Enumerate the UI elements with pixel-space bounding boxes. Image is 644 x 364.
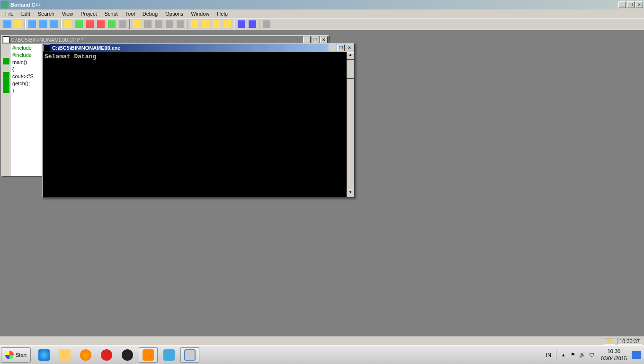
menu-file[interactable]: File bbox=[2, 10, 17, 17]
tray-chevron[interactable]: ▴ bbox=[559, 351, 568, 359]
toolbar bbox=[0, 18, 644, 30]
console-window-controls: _ ❐ ✕ bbox=[329, 45, 353, 51]
tray-flag-icon[interactable]: ⚑ bbox=[569, 351, 577, 359]
files-icon bbox=[39, 20, 47, 28]
file-icon bbox=[28, 20, 36, 28]
undo-icon bbox=[133, 20, 141, 28]
bolt-icon bbox=[64, 20, 72, 28]
scroll-thumb[interactable] bbox=[347, 60, 354, 79]
console-close-button[interactable]: ✕ bbox=[346, 45, 353, 51]
tray-volume-icon[interactable]: 🔊 bbox=[578, 351, 587, 359]
menu-tool[interactable]: Tool bbox=[122, 10, 138, 17]
toolbar-separator bbox=[129, 19, 130, 29]
taskbar-borland[interactable] bbox=[139, 347, 158, 363]
toolbar-btn-20[interactable] bbox=[222, 19, 233, 29]
tray-lang[interactable]: IN bbox=[544, 352, 553, 358]
clock-time: 10:30 bbox=[601, 348, 627, 355]
gutter-mark-icon bbox=[3, 86, 9, 93]
show-desktop-icon[interactable] bbox=[632, 351, 641, 359]
toolbar-btn-17[interactable] bbox=[189, 19, 200, 29]
close-button[interactable]: ✕ bbox=[635, 1, 643, 8]
gutter-mark-icon bbox=[3, 58, 9, 64]
menu-view[interactable]: View bbox=[59, 10, 77, 17]
toolbar-btn-5[interactable] bbox=[49, 19, 59, 29]
code-maximize-button[interactable]: ❐ bbox=[312, 36, 319, 43]
console-maximize-button[interactable]: ❐ bbox=[337, 45, 345, 51]
toolbar-btn-18[interactable] bbox=[200, 19, 211, 29]
window2-icon bbox=[249, 20, 256, 28]
steam-icon bbox=[122, 349, 133, 361]
menu-window[interactable]: Window bbox=[188, 10, 213, 17]
toolbar-btn-3[interactable] bbox=[27, 19, 37, 29]
taskbar-opera[interactable] bbox=[97, 347, 116, 363]
code-line: getch(); bbox=[12, 81, 30, 86]
minimize-button[interactable]: _ bbox=[618, 1, 626, 8]
toolbar-btn-11[interactable] bbox=[117, 19, 128, 29]
code-line: } bbox=[12, 88, 14, 93]
console-scrollbar[interactable]: ▲ ▼ bbox=[347, 52, 354, 197]
replace-icon bbox=[213, 20, 220, 28]
toolbar-btn-23[interactable] bbox=[261, 19, 272, 29]
toolbar-btn-4[interactable] bbox=[38, 19, 48, 29]
toolbar-btn-19[interactable] bbox=[211, 19, 222, 29]
copy-icon bbox=[155, 20, 162, 28]
code-close-button[interactable]: ✕ bbox=[320, 36, 328, 43]
taskbar: Start IN ▴ ⚑ 🔊 🛡 10:30 03/04/2015 bbox=[0, 345, 644, 364]
start-label: Start bbox=[16, 352, 27, 358]
menu-debug[interactable]: Debug bbox=[139, 10, 161, 17]
toolbar-separator bbox=[234, 19, 235, 29]
taskbar-explorer[interactable] bbox=[55, 347, 74, 363]
code-minimize-button[interactable]: _ bbox=[303, 36, 311, 43]
maximize-button[interactable]: ❐ bbox=[627, 1, 635, 8]
console-window: C:\BC5\BIN\NONAME00.exe _ ❐ ✕ Selamat Da… bbox=[42, 43, 355, 198]
toolbar-btn-1[interactable] bbox=[2, 19, 12, 29]
console-titlebar[interactable]: C:\BC5\BIN\NONAME00.exe _ ❐ ✕ bbox=[43, 44, 354, 52]
taskbar-steam[interactable] bbox=[118, 347, 137, 363]
menu-project[interactable]: Project bbox=[77, 10, 100, 17]
console-title: C:\BC5\BIN\NONAME00.exe bbox=[52, 45, 329, 51]
tray-clock[interactable]: 10:30 03/04/2015 bbox=[597, 348, 631, 362]
menu-options[interactable]: Options bbox=[162, 10, 187, 17]
toolbar-btn-21[interactable] bbox=[236, 19, 247, 29]
scroll-track[interactable] bbox=[347, 79, 354, 190]
document-icon bbox=[3, 36, 9, 43]
taskbar-app1[interactable] bbox=[160, 347, 179, 363]
menu-search[interactable]: Search bbox=[35, 10, 58, 17]
toolbar-btn-12[interactable] bbox=[132, 19, 142, 29]
toolbar-btn-7[interactable] bbox=[74, 19, 84, 29]
code-line: main() bbox=[12, 59, 27, 65]
window-icon bbox=[184, 349, 196, 361]
scroll-up-button[interactable]: ▲ bbox=[347, 52, 354, 60]
toolbar-btn-22[interactable] bbox=[247, 19, 258, 29]
toolbar-btn-13[interactable] bbox=[143, 19, 153, 29]
scroll-down-button[interactable]: ▼ bbox=[347, 190, 354, 197]
toolbar-btn-9[interactable] bbox=[96, 19, 106, 29]
toolbar-btn-10[interactable] bbox=[107, 19, 117, 29]
app-titlebar: Borland C++ _ ❐ ✕ bbox=[0, 0, 644, 9]
menu-edit[interactable]: Edit bbox=[18, 10, 34, 17]
status-time: 10:30:37 bbox=[617, 338, 642, 345]
toolbar-btn-6[interactable] bbox=[63, 19, 73, 29]
record-icon bbox=[97, 20, 105, 28]
disk-icon bbox=[50, 20, 58, 28]
taskbar-ie[interactable] bbox=[35, 347, 54, 363]
console-output: Selamat Datang bbox=[43, 52, 347, 197]
toolbar-btn-8[interactable] bbox=[85, 19, 95, 29]
toolbar-btn-14[interactable] bbox=[153, 19, 164, 29]
save-icon bbox=[14, 20, 22, 28]
status-bolt: ⚡ bbox=[604, 338, 615, 345]
start-button[interactable]: Start bbox=[1, 347, 31, 363]
console-body: Selamat Datang ▲ ▼ bbox=[43, 52, 354, 197]
toolbar-btn-16[interactable] bbox=[175, 19, 186, 29]
menu-help[interactable]: Help bbox=[214, 10, 231, 17]
systray: IN ▴ ⚑ 🔊 🛡 10:30 03/04/2015 bbox=[542, 348, 643, 362]
console-minimize-button[interactable]: _ bbox=[329, 45, 336, 51]
app-icon bbox=[163, 349, 175, 361]
taskbar-console[interactable] bbox=[180, 347, 199, 363]
taskbar-media[interactable] bbox=[76, 347, 95, 363]
opera-icon bbox=[101, 349, 112, 361]
toolbar-btn-15[interactable] bbox=[164, 19, 175, 29]
tray-shield-icon[interactable]: 🛡 bbox=[588, 351, 596, 359]
menu-script[interactable]: Script bbox=[101, 10, 121, 17]
toolbar-btn-2[interactable] bbox=[13, 19, 23, 29]
